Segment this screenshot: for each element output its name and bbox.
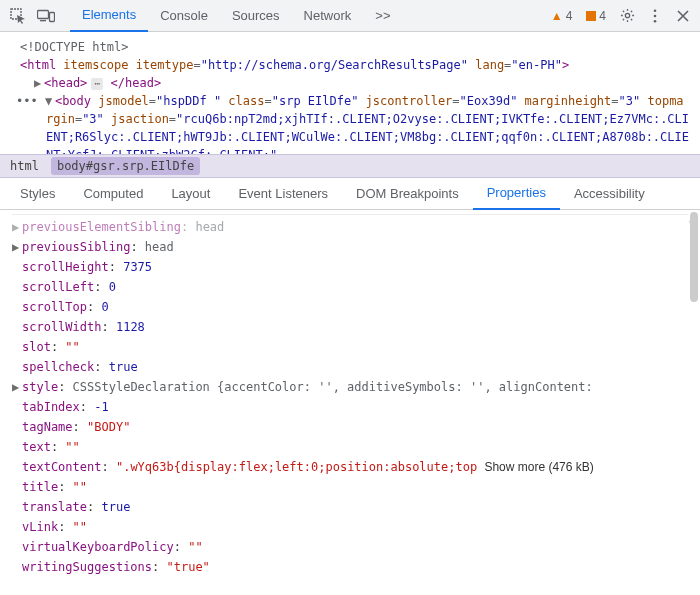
breadcrumb-item[interactable]: html bbox=[10, 159, 39, 173]
property-row[interactable]: vLink: "" bbox=[12, 517, 688, 537]
property-row[interactable]: scrollLeft: 0 bbox=[12, 277, 688, 297]
properties-panel[interactable]: ▶previousElementSibling: head ▶previousS… bbox=[0, 210, 700, 595]
subtab-accessibility[interactable]: Accessibility bbox=[560, 178, 659, 210]
settings-icon[interactable] bbox=[616, 5, 638, 27]
dom-head[interactable]: ▶<head>⋯ </head> bbox=[10, 74, 690, 92]
svg-point-5 bbox=[654, 9, 657, 12]
property-row[interactable]: tagName: "BODY" bbox=[12, 417, 688, 437]
device-toggle-icon[interactable] bbox=[34, 4, 58, 28]
close-icon[interactable] bbox=[672, 5, 694, 27]
property-row[interactable]: scrollTop: 0 bbox=[12, 297, 688, 317]
tab-elements[interactable]: Elements bbox=[70, 0, 148, 32]
property-row[interactable]: scrollWidth: 1128 bbox=[12, 317, 688, 337]
tab-console[interactable]: Console bbox=[148, 0, 220, 32]
property-row[interactable]: text: "" bbox=[12, 437, 688, 457]
svg-rect-3 bbox=[50, 12, 55, 21]
property-row[interactable]: ▶style: CSSStyleDeclaration {accentColor… bbox=[12, 377, 688, 397]
subtab-layout[interactable]: Layout bbox=[157, 178, 224, 210]
property-row[interactable]: scrollHeight: 7375 bbox=[12, 257, 688, 277]
dom-doctype: <!DOCTYPE html> bbox=[10, 38, 690, 56]
subtab-properties[interactable]: Properties bbox=[473, 178, 560, 210]
kebab-menu-icon[interactable] bbox=[644, 5, 666, 27]
subtab-styles[interactable]: Styles bbox=[6, 178, 69, 210]
dom-breadcrumb: html body#gsr.srp.EIlDfe bbox=[0, 154, 700, 178]
property-row[interactable]: translate: true bbox=[12, 497, 688, 517]
collapsed-dots-icon[interactable]: ⋯ bbox=[91, 78, 103, 90]
svg-point-6 bbox=[654, 14, 657, 17]
subtab-computed[interactable]: Computed bbox=[69, 178, 157, 210]
tab-network[interactable]: Network bbox=[292, 0, 364, 32]
scrollbar[interactable]: ▴ bbox=[688, 210, 698, 595]
info-icon bbox=[586, 11, 596, 21]
property-row[interactable]: title: "" bbox=[12, 477, 688, 497]
dom-html[interactable]: <html itemscope itemtype="http://schema.… bbox=[10, 56, 690, 74]
property-row[interactable]: tabIndex: -1 bbox=[12, 397, 688, 417]
property-row[interactable]: textContent: ".wYq63b{display:flex;left:… bbox=[12, 457, 688, 477]
property-row[interactable]: writingSuggestions: "true" bbox=[12, 557, 688, 577]
svg-rect-1 bbox=[38, 10, 49, 18]
inspect-icon[interactable] bbox=[6, 4, 30, 28]
warning-count-value: 4 bbox=[566, 9, 573, 23]
dom-body[interactable]: ••• ▼<body jsmodel="hspDDf " class="srp … bbox=[10, 92, 690, 154]
property-dim-row: ▶previousElementSibling: head bbox=[12, 214, 688, 237]
breadcrumb-item-selected[interactable]: body#gsr.srp.EIlDfe bbox=[51, 157, 200, 175]
sidebar-tabs: StylesComputedLayoutEvent ListenersDOM B… bbox=[0, 178, 700, 210]
property-row[interactable]: ▶previousSibling: head bbox=[12, 237, 688, 257]
property-row[interactable]: spellcheck: true bbox=[12, 357, 688, 377]
property-row[interactable]: slot: "" bbox=[12, 337, 688, 357]
show-more-link[interactable]: Show more (476 kB) bbox=[484, 460, 593, 474]
tab-overflow[interactable]: >> bbox=[363, 0, 402, 32]
subtab-dom-breakpoints[interactable]: DOM Breakpoints bbox=[342, 178, 473, 210]
svg-rect-2 bbox=[40, 20, 46, 21]
subtab-event-listeners[interactable]: Event Listeners bbox=[224, 178, 342, 210]
scrollbar-thumb[interactable] bbox=[690, 212, 698, 302]
svg-point-4 bbox=[625, 13, 629, 17]
property-row[interactable]: virtualKeyboardPolicy: "" bbox=[12, 537, 688, 557]
expand-caret-icon[interactable]: ▶ bbox=[34, 74, 44, 92]
warning-count[interactable]: ▲ 4 bbox=[547, 9, 577, 23]
devtools-toolbar: Elements Console Sources Network >> ▲ 4 … bbox=[0, 0, 700, 32]
warning-icon: ▲ bbox=[551, 9, 563, 23]
dom-tree[interactable]: <!DOCTYPE html> <html itemscope itemtype… bbox=[0, 32, 700, 154]
info-count-value: 4 bbox=[599, 9, 606, 23]
panel-tabs: Elements Console Sources Network >> bbox=[70, 0, 402, 32]
info-count[interactable]: 4 bbox=[582, 9, 610, 23]
svg-point-7 bbox=[654, 19, 657, 22]
tab-sources[interactable]: Sources bbox=[220, 0, 292, 32]
